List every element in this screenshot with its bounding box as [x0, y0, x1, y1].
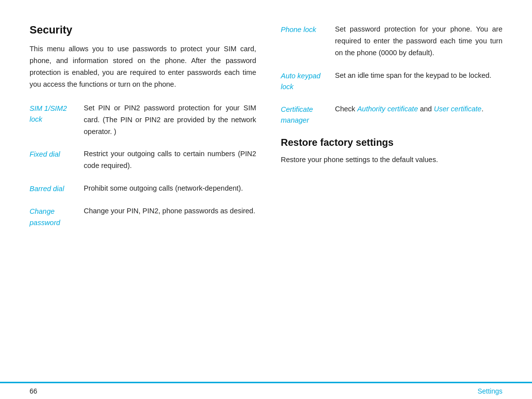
- cert-period: .: [481, 105, 483, 113]
- content-columns: Security This menu allows you to use pas…: [30, 24, 502, 239]
- change-password-label: Changepassword: [30, 205, 75, 228]
- menu-item-barred-dial: Barred dial Prohibit some outgoing calls…: [30, 183, 256, 195]
- restore-heading: Restore factory settings: [281, 137, 502, 148]
- menu-item-auto-keypad: Auto keypadlock Set an idle time span fo…: [281, 70, 502, 93]
- phone-lock-desc: Set password protection for your phone. …: [335, 24, 502, 59]
- menu-item-fixed-dial: Fixed dial Restrict your outgoing calls …: [30, 148, 256, 172]
- change-password-desc: Change your PIN, PIN2, phone passwords a…: [84, 205, 256, 217]
- sim-lock-desc: Set PIN or PIN2 password protection for …: [84, 102, 256, 138]
- restore-section: Restore factory settings Restore your ph…: [281, 137, 502, 166]
- cert-and: and: [418, 105, 433, 113]
- menu-item-sim-lock: SIM 1/SIM2lock Set PIN or PIN2 password …: [30, 102, 256, 138]
- sim2-label: SIM2: [50, 104, 67, 112]
- left-column: Security This menu allows you to use pas…: [30, 24, 256, 239]
- auto-keypad-label: Auto keypadlock: [281, 70, 326, 93]
- menu-item-certificate: Certificatemanager Check Authority certi…: [281, 103, 502, 126]
- user-cert-link: User certificate: [434, 105, 482, 113]
- auto-keypad-desc: Set an idle time span for the keypad to …: [335, 70, 502, 82]
- authority-cert-link: Authority certificate: [357, 105, 418, 113]
- menu-item-phone-lock: Phone lock Set password protection for y…: [281, 24, 502, 59]
- restore-text: Restore your phone settings to the defau…: [281, 154, 502, 166]
- fixed-dial-desc: Restrict your outgoing calls to certain …: [84, 148, 256, 172]
- right-column: Phone lock Set password protection for y…: [276, 24, 502, 239]
- footer-section-label: Settings: [477, 387, 502, 395]
- page: Security This menu allows you to use pas…: [0, 0, 532, 399]
- security-heading: Security: [30, 24, 256, 36]
- phone-lock-label: Phone lock: [281, 24, 326, 35]
- barred-dial-desc: Prohibit some outgoing calls (network-de…: [84, 183, 256, 195]
- bottom-bar: 66 Settings: [0, 382, 532, 399]
- intro-text: This menu allows you to use passwords to…: [30, 43, 256, 91]
- barred-dial-label: Barred dial: [30, 183, 75, 194]
- bottom-footer: 66 Settings: [0, 383, 532, 399]
- certificate-label: Certificatemanager: [281, 103, 326, 126]
- menu-item-change-password: Changepassword Change your PIN, PIN2, ph…: [30, 205, 256, 228]
- sim-lock-word: lock: [30, 115, 42, 123]
- sim-lock-label: SIM 1/SIM2lock: [30, 102, 75, 125]
- fixed-dial-label: Fixed dial: [30, 148, 75, 160]
- certificate-desc: Check Authority certificate and User cer…: [335, 103, 502, 115]
- page-number: 66: [30, 387, 37, 395]
- sim1-label: SIM 1: [30, 104, 48, 112]
- cert-prefix: Check: [335, 105, 357, 113]
